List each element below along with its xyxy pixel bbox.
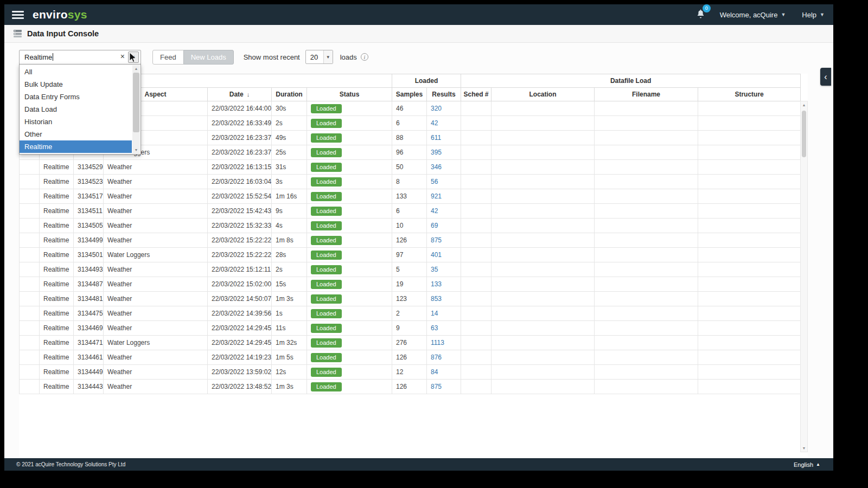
clear-filter-icon[interactable]: × bbox=[120, 53, 125, 60]
loads-count-select[interactable]: 20 ▼ bbox=[305, 50, 333, 64]
column-header[interactable]: Filename bbox=[595, 88, 698, 101]
column-header[interactable]: Sched # bbox=[461, 88, 492, 101]
table-row[interactable]: Realtime3134469Weather22/03/2022 14:29:4… bbox=[20, 321, 801, 336]
dropdown-item[interactable]: Historian bbox=[20, 115, 132, 128]
scroll-down-icon[interactable]: ▼ bbox=[132, 146, 140, 153]
scroll-down-icon[interactable]: ▼ bbox=[801, 445, 807, 452]
results-link[interactable]: 876 bbox=[431, 354, 442, 361]
table-row[interactable]: Realtime3134449Weather22/03/2022 13:59:0… bbox=[20, 365, 801, 380]
column-header[interactable]: Structure bbox=[698, 88, 801, 101]
table-row[interactable]: Realtime3134487Weather22/03/2022 15:02:0… bbox=[20, 277, 801, 292]
results-link[interactable]: 395 bbox=[431, 149, 442, 156]
table-row[interactable]: Realtime3134501Water Loggers22/03/2022 1… bbox=[20, 248, 801, 262]
dropdown-scrollbar[interactable]: ▲ ▼ bbox=[132, 65, 140, 153]
results-link[interactable]: 14 bbox=[431, 310, 438, 317]
status-cell: Loaded bbox=[307, 131, 392, 145]
table-row[interactable]: Realtime3134461Weather22/03/2022 14:19:2… bbox=[20, 350, 801, 365]
results-link[interactable]: 69 bbox=[431, 222, 438, 229]
dropdown-item[interactable]: Other bbox=[20, 128, 132, 140]
results-link[interactable]: 875 bbox=[431, 236, 442, 244]
results-cell: 853 bbox=[427, 292, 461, 306]
results-cell: 875 bbox=[427, 233, 461, 248]
table-row[interactable]: Realtime3134481Weather22/03/2022 14:50:0… bbox=[20, 292, 801, 306]
filter-input-value: Realtime bbox=[24, 53, 120, 61]
column-header[interactable]: Status bbox=[307, 88, 392, 101]
cell: Realtime bbox=[40, 365, 74, 380]
dropdown-item[interactable]: All bbox=[20, 66, 132, 78]
text-cursor bbox=[53, 53, 53, 61]
cell bbox=[461, 248, 492, 262]
cell: Realtime bbox=[40, 292, 74, 306]
cell: 123 bbox=[392, 292, 427, 306]
cell: 3134493 bbox=[74, 262, 104, 277]
results-link[interactable]: 921 bbox=[431, 192, 442, 200]
column-header[interactable]: Location bbox=[492, 88, 595, 101]
table-row[interactable]: Realtime3134523Weather22/03/2022 16:03:0… bbox=[20, 175, 801, 189]
cell bbox=[698, 336, 801, 350]
menu-icon[interactable] bbox=[12, 11, 24, 19]
results-link[interactable]: 401 bbox=[431, 251, 442, 259]
new-loads-button[interactable]: New Loads bbox=[183, 50, 234, 65]
cell: 1m 16s bbox=[272, 189, 307, 204]
status-badge: Loaded bbox=[311, 133, 342, 143]
column-header[interactable]: Results bbox=[427, 88, 461, 101]
status-badge: Loaded bbox=[311, 104, 342, 113]
table-row[interactable]: Realtime3134517Weather22/03/2022 15:52:5… bbox=[20, 189, 801, 204]
cell bbox=[698, 204, 801, 219]
table-row[interactable]: Realtime3134499Weather22/03/2022 15:22:2… bbox=[20, 233, 801, 248]
results-link[interactable]: 63 bbox=[431, 324, 438, 332]
dropdown-item[interactable]: Realtime bbox=[20, 140, 132, 153]
results-link[interactable]: 1113 bbox=[431, 339, 444, 346]
language-selector[interactable]: English ▲ bbox=[794, 461, 820, 468]
results-cell: 1113 bbox=[427, 336, 461, 350]
status-cell: Loaded bbox=[307, 116, 392, 131]
help-menu[interactable]: Help ▼ bbox=[802, 11, 825, 19]
user-menu[interactable]: Welcome, acQuire ▼ bbox=[720, 11, 786, 19]
cell: 49s bbox=[272, 131, 307, 145]
cell bbox=[698, 350, 801, 365]
results-link[interactable]: 853 bbox=[431, 295, 442, 303]
cell bbox=[698, 131, 801, 145]
table-row[interactable]: Realtime3134493Weather22/03/2022 15:12:1… bbox=[20, 262, 801, 277]
results-link[interactable]: 42 bbox=[431, 207, 438, 215]
cell: Weather bbox=[104, 306, 208, 321]
dropdown-item[interactable]: Data Load bbox=[20, 103, 132, 115]
scrollbar-thumb[interactable] bbox=[133, 73, 139, 132]
scrollbar-thumb[interactable] bbox=[802, 111, 806, 157]
results-link[interactable]: 84 bbox=[431, 368, 438, 376]
table-row[interactable]: Realtime3134443Weather22/03/2022 13:48:5… bbox=[20, 380, 801, 394]
results-link[interactable]: 611 bbox=[431, 134, 441, 142]
results-link[interactable]: 346 bbox=[431, 163, 442, 171]
group-header-datafile-load: Datafile Load bbox=[461, 74, 801, 88]
feed-button[interactable]: Feed bbox=[152, 50, 184, 65]
table-row[interactable]: Realtime3134475Weather22/03/2022 14:39:5… bbox=[20, 306, 801, 321]
results-link[interactable]: 35 bbox=[431, 266, 438, 273]
collapse-panel-toggle[interactable]: ‹ bbox=[820, 68, 831, 86]
scroll-up-icon[interactable]: ▲ bbox=[801, 101, 807, 108]
table-row[interactable]: Realtime3134511Weather22/03/2022 15:42:4… bbox=[20, 204, 801, 219]
info-icon[interactable]: i bbox=[361, 53, 368, 61]
column-header[interactable]: Date↓ bbox=[208, 88, 272, 101]
dropdown-item[interactable]: Data Entry Forms bbox=[20, 91, 132, 103]
results-link[interactable]: 133 bbox=[431, 280, 442, 288]
results-link[interactable]: 875 bbox=[431, 383, 442, 390]
table-row[interactable]: Realtime3134505Weather22/03/2022 15:32:3… bbox=[20, 219, 801, 233]
combobox-dropdown-button[interactable]: ▼ bbox=[128, 52, 139, 63]
cell: Realtime bbox=[40, 262, 74, 277]
dropdown-item[interactable]: Bulk Update bbox=[20, 78, 132, 91]
notifications-bell-icon[interactable]: 0 bbox=[695, 9, 706, 21]
data-console-icon bbox=[13, 29, 22, 38]
table-row[interactable]: Realtime3134529Weather22/03/2022 16:13:1… bbox=[20, 160, 801, 175]
cell: 3134475 bbox=[74, 306, 104, 321]
cell: 3134469 bbox=[74, 321, 104, 336]
results-link[interactable]: 56 bbox=[431, 178, 438, 185]
feed-filter-combobox[interactable]: Realtime × ▼ bbox=[19, 50, 141, 65]
cell: Realtime bbox=[40, 189, 74, 204]
table-row[interactable]: Realtime3134471Water Loggers22/03/2022 1… bbox=[20, 336, 801, 350]
results-link[interactable]: 42 bbox=[431, 119, 438, 127]
results-link[interactable]: 320 bbox=[431, 105, 442, 112]
column-header[interactable]: Samples bbox=[392, 88, 427, 101]
scroll-up-icon[interactable]: ▲ bbox=[132, 65, 140, 72]
column-header[interactable]: Duration bbox=[272, 88, 307, 101]
table-scrollbar[interactable]: ▲ ▼ bbox=[800, 101, 808, 452]
